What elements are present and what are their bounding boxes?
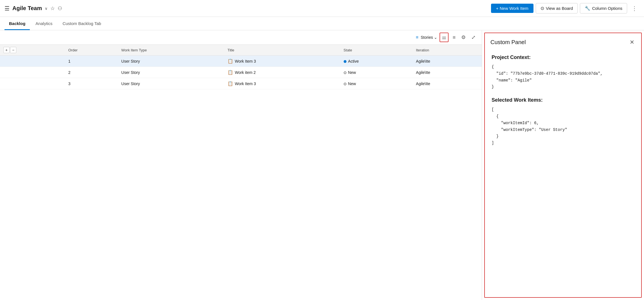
panel-close-button[interactable]: ✕ — [629, 38, 636, 47]
filter-icon: ⚌ — [442, 35, 446, 40]
tab-custom-backlog[interactable]: Custom Backlog Tab — [58, 18, 105, 30]
cell-order: 3 — [65, 78, 118, 89]
work-item-book-icon: 📋 — [228, 70, 233, 75]
project-context-code: { "id": "77b7e9bc-37d0-4771-839c-919d9dd… — [492, 64, 634, 90]
col-state: State — [340, 45, 413, 56]
col-iteration: Iteration — [413, 45, 482, 56]
view-as-board-label: View as Board — [546, 6, 573, 11]
table-row[interactable]: 2User Story📋Work item 2NewAgile\Ite — [0, 67, 482, 78]
cell-order: 2 — [65, 67, 118, 78]
cell-work-item-type: User Story — [118, 67, 224, 78]
status-dot-icon — [344, 60, 346, 63]
cell-state: Active — [340, 56, 413, 67]
panel-title: Custom Panel — [490, 39, 526, 46]
tab-bar: Backlog Analytics Custom Backlog Tab — [0, 17, 644, 30]
team-icon[interactable]: ⚇ — [58, 5, 62, 12]
backlog-area: ≡ Stories ⌄ ⚌ ≡ ⚙ ⤢ — [0, 30, 482, 300]
app-title: Agile Team — [12, 5, 42, 12]
main-content: ≡ Stories ⌄ ⚌ ≡ ⚙ ⤢ — [0, 30, 644, 300]
selected-work-items-label: Selected Work Items: — [492, 97, 634, 103]
table-row[interactable]: 1User Story📋Work Item 3ActiveAgile\Ite — [0, 56, 482, 67]
top-bar-left: ☰ Agile Team ∨ ☆ ⚇ — [4, 5, 491, 12]
top-bar-right: + New Work Item ⊙ View as Board 🔧 Column… — [491, 3, 640, 13]
selected-work-items-code: [ { "workItemId": 6, "workItemType": "Us… — [492, 106, 634, 147]
status-dot-icon — [344, 83, 346, 85]
status-dot-icon — [344, 71, 346, 74]
tab-backlog[interactable]: Backlog — [4, 18, 30, 30]
cell-iteration: Agile\Ite — [413, 56, 482, 67]
settings-icon: ⚙ — [461, 35, 466, 40]
project-context-label: Project Context: — [492, 54, 634, 60]
column-options-label: Column Options — [592, 6, 622, 11]
backlog-table: + − Order Work Item Type Title State Ite… — [0, 45, 482, 89]
favorite-icon[interactable]: ☆ — [50, 5, 55, 12]
stories-label: Stories — [421, 35, 433, 40]
column-options-button[interactable]: 🔧 Column Options — [580, 3, 627, 13]
cell-work-item-type: User Story — [118, 78, 224, 89]
custom-panel: Custom Panel ✕ Project Context: { "id": … — [484, 33, 642, 298]
group-by-icon-button[interactable]: ≡ — [451, 33, 457, 42]
table-row[interactable]: 3User Story📋Work Item 3NewAgile\Ite — [0, 78, 482, 89]
panel-header: Custom Panel ✕ — [485, 33, 641, 50]
col-add-remove: + − — [0, 45, 65, 56]
table-header-row: + − Order Work Item Type Title State Ite… — [0, 45, 482, 56]
filter-lines-icon: ≡ — [416, 35, 418, 40]
top-bar: ☰ Agile Team ∨ ☆ ⚇ + New Work Item ⊙ Vie… — [0, 0, 644, 17]
settings-icon-button[interactable]: ⚙ — [460, 33, 467, 42]
title-chevron-icon[interactable]: ∨ — [45, 6, 48, 11]
panel-body: Project Context: { "id": "77b7e9bc-37d0-… — [485, 50, 641, 297]
work-item-book-icon: 📋 — [228, 81, 233, 86]
add-row-button[interactable]: + — [3, 47, 10, 53]
col-work-item-type: Work Item Type — [118, 45, 224, 56]
work-item-book-icon: 📋 — [228, 59, 233, 63]
col-title: Title — [224, 45, 340, 56]
cell-state: New — [340, 78, 413, 89]
cell-order: 1 — [65, 56, 118, 67]
remove-row-button[interactable]: − — [10, 47, 16, 53]
group-by-icon: ≡ — [452, 35, 456, 40]
cell-state: New — [340, 67, 413, 78]
expand-icon: ⤢ — [471, 35, 476, 40]
stories-chevron-icon: ⌄ — [434, 35, 437, 40]
cell-title[interactable]: 📋Work item 2 — [224, 67, 340, 78]
cell-iteration: Agile\Ite — [413, 67, 482, 78]
column-options-icon: 🔧 — [585, 6, 590, 11]
expand-icon-button[interactable]: ⤢ — [470, 33, 477, 42]
cell-title[interactable]: 📋Work Item 3 — [224, 78, 340, 89]
view-as-board-button[interactable]: ⊙ View as Board — [536, 3, 578, 13]
cell-iteration: Agile\Ite — [413, 78, 482, 89]
table-toolbar: ≡ Stories ⌄ ⚌ ≡ ⚙ ⤢ — [0, 30, 482, 45]
hamburger-icon[interactable]: ☰ — [4, 5, 10, 12]
new-work-item-button[interactable]: + New Work Item — [491, 4, 533, 13]
filter-icon-button[interactable]: ⚌ — [440, 33, 449, 42]
cell-title[interactable]: 📋Work Item 3 — [224, 56, 340, 67]
col-order: Order — [65, 45, 118, 56]
board-icon: ⊙ — [541, 6, 544, 11]
more-options-icon[interactable]: ⋮ — [629, 4, 640, 13]
cell-work-item-type: User Story — [118, 56, 224, 67]
stories-selector[interactable]: Stories ⌄ — [421, 35, 438, 40]
tab-analytics[interactable]: Analytics — [31, 18, 57, 30]
